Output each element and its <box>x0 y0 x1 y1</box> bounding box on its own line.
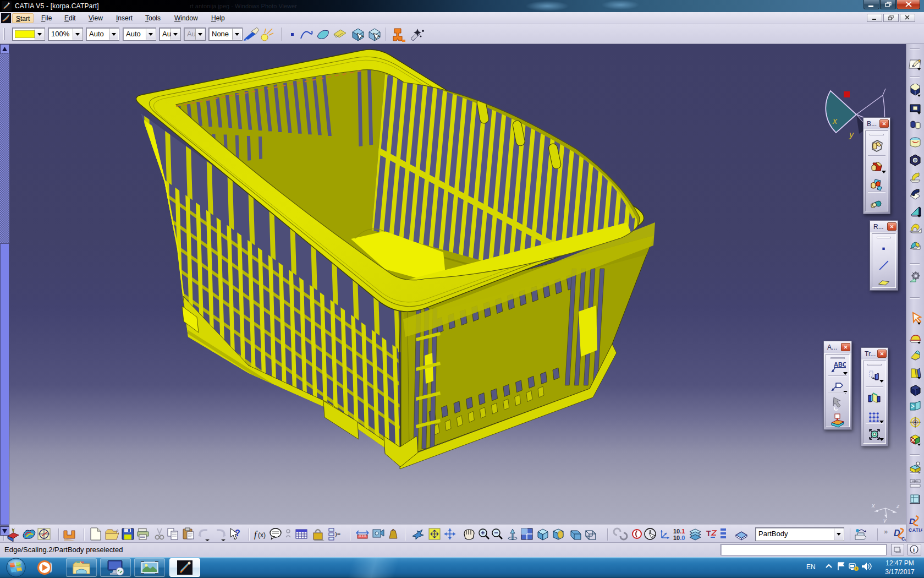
svg-text:10.1: 10.1 <box>673 528 685 535</box>
svg-text:(x): (x) <box>258 531 266 539</box>
svg-text:T: T <box>706 529 711 538</box>
svg-text:ABC: ABC <box>834 361 846 368</box>
svg-text:»: » <box>884 527 888 536</box>
svg-text:10.0: 10.0 <box>673 535 685 541</box>
svg-text:x: x <box>832 116 838 126</box>
svg-text:)=: )= <box>335 531 340 537</box>
svg-text:?: ? <box>235 528 240 538</box>
svg-text:z: z <box>896 503 900 509</box>
svg-text:CATIA: CATIA <box>909 527 922 533</box>
svg-text:f: f <box>254 529 258 539</box>
svg-text:D: D <box>894 528 900 538</box>
svg-text:y: y <box>849 130 854 139</box>
svg-text:x: x <box>871 502 875 509</box>
svg-text:i: i <box>913 546 915 553</box>
svg-text:!: ! <box>856 566 857 571</box>
